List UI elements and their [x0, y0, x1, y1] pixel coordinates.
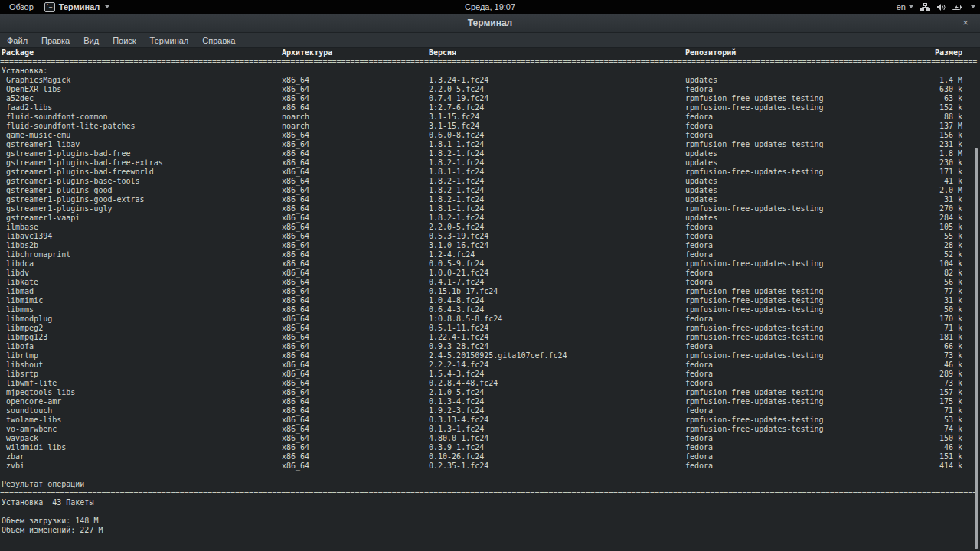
cell-architecture: x86_64 [282, 168, 309, 177]
cell-package-name: gstreamer1-plugins-base-tools [6, 177, 140, 186]
keyboard-layout-label: en [897, 2, 906, 11]
cell-version: 0.2.35-1.fc24 [429, 461, 488, 471]
cell-architecture: x86_64 [282, 416, 309, 425]
cell-version: 2.2.0-5.fc24 [429, 223, 484, 232]
app-menu-button[interactable]: Терминал [44, 2, 110, 12]
cell-package-name: game-music-emu [6, 131, 70, 140]
table-row: vo-amrwbencx86_640.1.3-1.fc24rpmfusion-f… [0, 425, 980, 434]
chevron-down-icon [909, 5, 913, 8]
cell-architecture: x86_64 [282, 214, 309, 223]
cell-repository: rpmfusion-free-updates-testing [685, 333, 824, 342]
app-menu-label: Терминал [59, 2, 100, 11]
cell-size: 41 k [842, 177, 962, 186]
cell-architecture: x86_64 [282, 397, 309, 406]
column-header-repo: Репозиторий [685, 48, 736, 57]
table-row: twolame-libsx86_640.3.13-4.fc24rpmfusion… [0, 416, 980, 425]
table-row: gstreamer1-plugins-good-extrasx86_641.8.… [0, 195, 980, 204]
cell-size: 231 k [842, 140, 962, 149]
keyboard-layout-indicator[interactable]: en [897, 2, 913, 11]
cell-size: 56 k [842, 278, 962, 287]
install-section-label: Установка: [0, 67, 980, 76]
system-status-area[interactable]: en [897, 0, 975, 14]
cell-package-name: libshout [6, 360, 43, 370]
install-count-line: Установка 43 Пакеты [0, 498, 980, 507]
cell-version: 2.2.2-14.fc24 [429, 360, 488, 370]
cell-version: 2.1.0-5.fc24 [429, 388, 484, 397]
cell-size: 1.8 M [842, 149, 962, 158]
cell-size: 175 k [842, 397, 962, 406]
menu-help[interactable]: Справка [195, 36, 242, 45]
cell-size: 104 k [842, 259, 962, 269]
table-row: gstreamer1-plugins-base-toolsx86_641.8.2… [0, 177, 980, 186]
cell-size: 170 k [842, 315, 962, 324]
cell-repository: fedora [685, 379, 713, 388]
cell-size: 289 k [842, 370, 962, 379]
table-row: gstreamer1-plugins-bad-free-extrasx86_64… [0, 158, 980, 168]
close-icon[interactable]: × [959, 16, 972, 30]
menu-terminal[interactable]: Терминал [143, 36, 196, 45]
download-size-line: Объем загрузки: 148 M [0, 517, 980, 526]
cell-repository: fedora [685, 452, 713, 461]
cell-version: 1.22.4-1.fc24 [429, 333, 488, 342]
cell-repository: fedora [685, 342, 713, 351]
table-row: libmodplugx86_641:0.8.8.5-8.fc24fedora17… [0, 315, 980, 324]
table-row: libbs2bx86_643.1.0-16.fc24fedora28 k [0, 241, 980, 250]
cell-repository: fedora [685, 269, 713, 278]
cell-package-name: libmpeg2 [6, 324, 43, 333]
package-table-body: GraphicsMagickx86_641.3.24-1.fc24updates… [0, 76, 980, 471]
cell-size: 284 k [842, 214, 962, 223]
cell-architecture: x86_64 [282, 269, 309, 278]
menu-edit[interactable]: Правка [34, 36, 77, 45]
cell-size: 53 k [842, 416, 962, 425]
activities-button[interactable]: Обзор [6, 2, 37, 11]
clock-button[interactable]: Среда, 19:07 [0, 2, 980, 11]
cell-repository: rpmfusion-free-updates-testing [685, 324, 824, 333]
cell-size: 2.0 M [842, 186, 962, 195]
cell-repository: rpmfusion-free-updates-testing [685, 140, 824, 149]
prompt-line[interactable]: Продолжить? [д/Н]: [0, 535, 980, 544]
cell-architecture: x86_64 [282, 425, 309, 434]
cell-architecture: noarch [282, 112, 309, 122]
cell-package-name: twolame-libs [6, 416, 61, 425]
terminal-screen[interactable]: Package Архитектура Версия Репозиторий Р… [0, 48, 980, 551]
cell-version: 3.1.0-16.fc24 [429, 241, 488, 250]
cell-version: 2.2.0-5.fc24 [429, 85, 484, 94]
cell-package-name: librtmp [6, 351, 38, 360]
download-size-text: Объем загрузки: 148 M [2, 517, 98, 526]
cell-version: 1:2.7-6.fc24 [429, 103, 484, 112]
cell-architecture: x86_64 [282, 324, 309, 333]
cell-version: 3.1-15.fc24 [429, 112, 479, 122]
cell-architecture: x86_64 [282, 186, 309, 195]
cell-version: 0.7.4-19.fc24 [429, 94, 488, 103]
table-row: libshoutx86_642.2.2-14.fc24fedora46 k [0, 360, 980, 370]
cell-repository: fedora [685, 360, 713, 370]
cell-size: 66 k [842, 342, 962, 351]
menu-file[interactable]: Файл [0, 36, 34, 45]
cell-version: 0.1.3-1.fc24 [429, 425, 484, 434]
cell-size: 77 k [842, 287, 962, 296]
cell-repository: updates [685, 195, 717, 204]
cell-version: 0.3.13-4.fc24 [429, 416, 488, 425]
cell-size: 88 k [842, 112, 962, 122]
scrollbar-thumb[interactable] [975, 148, 978, 549]
cell-size: 52 k [842, 250, 962, 259]
cell-package-name: libmad [6, 287, 34, 296]
cell-package-name: libmms [6, 305, 34, 315]
menu-view[interactable]: Вид [77, 36, 106, 45]
table-row: a52decx86_640.7.4-19.fc24rpmfusion-free-… [0, 94, 980, 103]
cell-size: 270 k [842, 204, 962, 214]
cell-package-name: libofa [6, 342, 34, 351]
cell-size: 82 k [842, 269, 962, 278]
cell-size: 71 k [842, 406, 962, 416]
table-row: fluid-soundfont-commonnoarch3.1-15.fc24f… [0, 112, 980, 122]
cell-architecture: x86_64 [282, 351, 309, 360]
gnome-top-bar: Обзор Терминал Среда, 19:07 en [0, 0, 980, 14]
cell-size: 105 k [842, 223, 962, 232]
window-titlebar[interactable]: Терминал × [0, 14, 980, 33]
cell-architecture: x86_64 [282, 333, 309, 342]
table-row: OpenEXR-libsx86_642.2.0-5.fc24fedora630 … [0, 85, 980, 94]
table-row: libmadx86_640.15.1b-17.fc24rpmfusion-fre… [0, 287, 980, 296]
cell-repository: fedora [685, 250, 713, 259]
menu-search[interactable]: Поиск [106, 36, 142, 45]
cell-version: 1.8.2-1.fc24 [429, 177, 484, 186]
